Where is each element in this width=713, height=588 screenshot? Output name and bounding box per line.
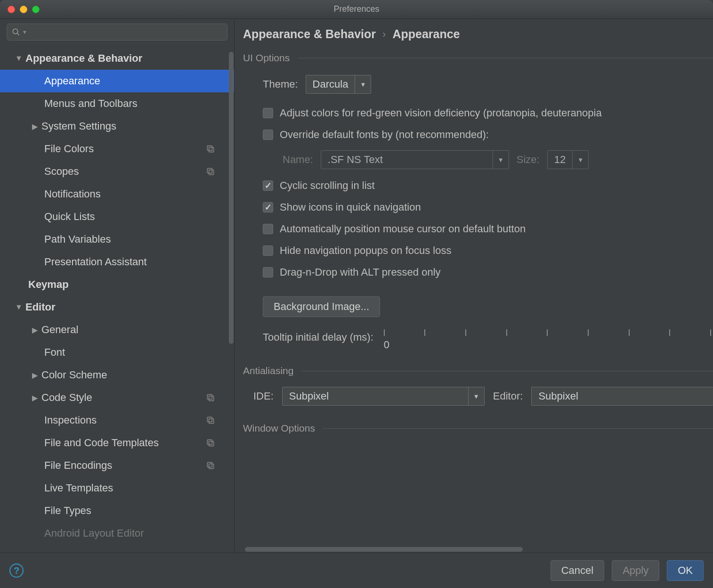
tree-item-editor[interactable]: ▼Editor: [0, 296, 234, 318]
tree-arrow-icon: ▶: [28, 122, 41, 131]
tree-item-label: Editor: [25, 301, 56, 313]
tree-item-label: File Types: [44, 505, 91, 517]
tree-item-keymap[interactable]: Keymap: [0, 273, 234, 296]
tree-item-label: Notifications: [44, 188, 101, 200]
checkbox-cyclic-scroll[interactable]: [263, 180, 273, 191]
chevron-down-icon: ▼: [572, 151, 588, 169]
tree-item-label: System Settings: [41, 120, 116, 132]
svg-rect-4: [209, 170, 214, 175]
search-icon: [12, 28, 20, 36]
tree-item-inspections[interactable]: Inspections: [0, 409, 234, 432]
chevron-down-icon: ▼: [22, 29, 27, 35]
body: ▼ ▼Appearance & BehaviorAppearanceMenus …: [0, 19, 713, 553]
tree-item-scopes[interactable]: Scopes: [0, 160, 234, 183]
search-input[interactable]: ▼: [7, 24, 227, 41]
aa-editor-dropdown[interactable]: Subpixel: [531, 387, 713, 406]
tree-item-label: Keymap: [28, 278, 69, 291]
tree-item-label: General: [41, 324, 78, 336]
tree-item-general[interactable]: ▶General: [0, 318, 234, 341]
svg-rect-3: [207, 146, 212, 150]
tree-item-file-and-code-templates[interactable]: File and Code Templates: [0, 432, 234, 454]
cancel-button[interactable]: Cancel: [551, 560, 604, 581]
checkbox-hide-nav-popups[interactable]: [263, 245, 273, 256]
svg-rect-6: [209, 396, 214, 401]
tree-item-appearance[interactable]: Appearance: [0, 70, 234, 92]
svg-rect-5: [207, 168, 212, 173]
aa-ide-dropdown[interactable]: Subpixel ▼: [282, 387, 485, 406]
tree-item-label: Path Variables: [44, 233, 111, 245]
sidebar-scrollbar[interactable]: [228, 50, 234, 553]
svg-rect-7: [207, 394, 212, 399]
tree-item-code-style[interactable]: ▶Code Style: [0, 386, 234, 409]
checkbox-override-fonts[interactable]: [263, 130, 273, 140]
tree-item-label: File Encodings: [44, 459, 112, 472]
dialog-footer: ? Cancel Apply OK: [0, 553, 713, 588]
svg-rect-13: [207, 462, 212, 467]
tree-item-path-variables[interactable]: Path Variables: [0, 228, 234, 251]
svg-rect-11: [207, 440, 212, 444]
tree-item-color-scheme[interactable]: ▶Color Scheme: [0, 364, 234, 386]
window-title: Preferences: [0, 4, 713, 14]
theme-dropdown[interactable]: Darcula ▼: [306, 75, 372, 94]
tree-item-label: Font: [44, 346, 65, 359]
tree-arrow-icon: ▶: [28, 371, 41, 380]
tree-item-system-settings[interactable]: ▶System Settings: [0, 115, 234, 138]
tree-item-font[interactable]: Font: [0, 341, 234, 364]
breadcrumb-leaf: Appearance: [392, 27, 460, 41]
svg-line-1: [17, 33, 19, 35]
tree-item-label: Menus and Toolbars: [44, 98, 138, 110]
svg-rect-8: [209, 419, 214, 424]
tree-item-notifications[interactable]: Notifications: [0, 183, 234, 205]
tree-item-presentation-assistant[interactable]: Presentation Assistant: [0, 251, 234, 273]
tree-item-file-types[interactable]: File Types: [0, 499, 234, 522]
font-size-dropdown: 12 ▼: [547, 150, 589, 169]
tooltip-delay-label: Tooltip initial delay (ms):: [263, 329, 373, 343]
checkbox-auto-mouse[interactable]: [263, 224, 273, 234]
tree-item-label: Appearance & Behavior: [25, 52, 142, 65]
section-antialiasing: Antialiasing: [235, 362, 713, 379]
tree-item-label: Live Templates: [44, 482, 113, 494]
tree-item-file-colors[interactable]: File Colors: [0, 138, 234, 160]
tree-arrow-icon: ▶: [28, 326, 41, 335]
copy-icon: [206, 416, 215, 425]
tree-item-label: Quick Lists: [44, 211, 95, 223]
copy-icon: [206, 167, 215, 176]
checkbox-adjust-colors[interactable]: [263, 108, 273, 118]
tree-item-quick-lists[interactable]: Quick Lists: [0, 205, 234, 228]
svg-rect-9: [207, 417, 212, 422]
copy-icon: [206, 393, 215, 402]
titlebar: Preferences: [0, 0, 713, 19]
tree-item-file-encodings[interactable]: File Encodings: [0, 454, 234, 477]
tree-item-label: File and Code Templates: [44, 437, 159, 449]
tree-item-menus-and-toolbars[interactable]: Menus and Toolbars: [0, 92, 234, 115]
preferences-window: Preferences ▼ ▼Appearance & BehaviorAppe…: [0, 0, 713, 588]
section-ui-options: UI Options: [235, 49, 713, 66]
breadcrumb: Appearance & Behavior › Appearance: [235, 27, 713, 49]
content-horizontal-scrollbar[interactable]: [245, 546, 708, 553]
help-icon[interactable]: ?: [9, 564, 24, 578]
copy-icon: [206, 461, 215, 470]
tree-item-label: Code Style: [41, 392, 92, 404]
ok-button[interactable]: OK: [667, 560, 704, 581]
apply-button[interactable]: Apply: [612, 560, 659, 581]
tree-item-label: Inspections: [44, 414, 97, 426]
tree-item-label: Color Scheme: [41, 369, 107, 381]
tree-item-appearance-behavior[interactable]: ▼Appearance & Behavior: [0, 47, 234, 70]
tooltip-delay-slider[interactable]: 0: [382, 329, 713, 351]
checkbox-show-icons[interactable]: [263, 202, 273, 212]
background-image-button[interactable]: Background Image...: [263, 296, 380, 317]
aa-editor-label: Editor:: [493, 390, 523, 402]
tree-item-label: Presentation Assistant: [44, 256, 147, 268]
svg-point-0: [13, 29, 18, 34]
section-window-options: Window Options: [235, 420, 713, 437]
breadcrumb-root: Appearance & Behavior: [243, 27, 376, 41]
font-name-label: Name:: [283, 154, 313, 166]
tree-item-android-layout-editor[interactable]: Android Layout Editor: [0, 522, 234, 545]
tree-arrow-icon: ▼: [12, 54, 25, 63]
tree-item-live-templates[interactable]: Live Templates: [0, 477, 234, 499]
checkbox-dnd-alt[interactable]: [263, 267, 273, 278]
chevron-down-icon: ▼: [493, 151, 509, 169]
svg-rect-12: [209, 464, 214, 469]
tree-item-label: Scopes: [44, 165, 79, 178]
svg-rect-10: [209, 441, 214, 446]
